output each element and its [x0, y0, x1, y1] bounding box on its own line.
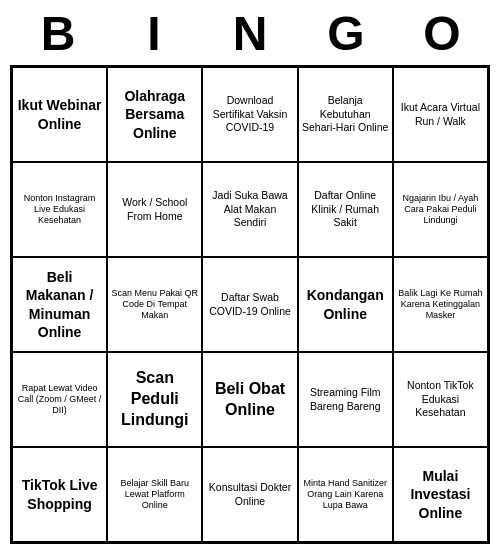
bingo-cell: Balik Lagi Ke Rumah Karena Ketinggalan M…	[393, 257, 488, 352]
bingo-letter: I	[109, 6, 199, 61]
bingo-cell: Mulai Investasi Online	[393, 447, 488, 542]
bingo-cell: Belanja Kebutuhan Sehari-Hari Online	[298, 67, 393, 162]
bingo-cell: Rapat Lewat Video Call (Zoom / GMeet / D…	[12, 352, 107, 447]
bingo-cell: Streaming Film Bareng Bareng	[298, 352, 393, 447]
bingo-cell: Scan Peduli Lindungi	[107, 352, 202, 447]
bingo-cell: TikTok Live Shopping	[12, 447, 107, 542]
bingo-cell: Ikut Webinar Online	[12, 67, 107, 162]
bingo-cell: Daftar Swab COVID-19 Online	[202, 257, 297, 352]
bingo-cell: Minta Hand Sanitizer Orang Lain Karena L…	[298, 447, 393, 542]
bingo-cell: Nonton Instagram Live Edukasi Kesehatan	[12, 162, 107, 257]
bingo-cell: Scan Menu Pakai QR Code Di Tempat Makan	[107, 257, 202, 352]
bingo-cell: Belajar Skill Baru Lewat Platform Online	[107, 447, 202, 542]
bingo-cell: Download Sertifikat Vaksin COVID-19	[202, 67, 297, 162]
bingo-cell: Ngajarin Ibu / Ayah Cara Pakai Peduli Li…	[393, 162, 488, 257]
bingo-cell: Nonton TikTok Edukasi Kesehatan	[393, 352, 488, 447]
bingo-cell: Konsultasi Dokter Online	[202, 447, 297, 542]
bingo-letter: O	[397, 6, 487, 61]
bingo-letter: G	[301, 6, 391, 61]
bingo-cell: Kondangan Online	[298, 257, 393, 352]
bingo-header: BINGO	[10, 0, 490, 65]
bingo-cell: Olahraga Bersama Online	[107, 67, 202, 162]
bingo-cell: Daftar Online Klinik / Rumah Sakit	[298, 162, 393, 257]
bingo-letter: B	[13, 6, 103, 61]
bingo-letter: N	[205, 6, 295, 61]
bingo-cell: Ikut Acara Virtual Run / Walk	[393, 67, 488, 162]
bingo-grid: Ikut Webinar OnlineOlahraga Bersama Onli…	[10, 65, 490, 544]
bingo-cell: Jadi Suka Bawa Alat Makan Sendiri	[202, 162, 297, 257]
bingo-cell: Beli Makanan / Minuman Online	[12, 257, 107, 352]
bingo-cell: Beli Obat Online	[202, 352, 297, 447]
bingo-cell: Work / School From Home	[107, 162, 202, 257]
